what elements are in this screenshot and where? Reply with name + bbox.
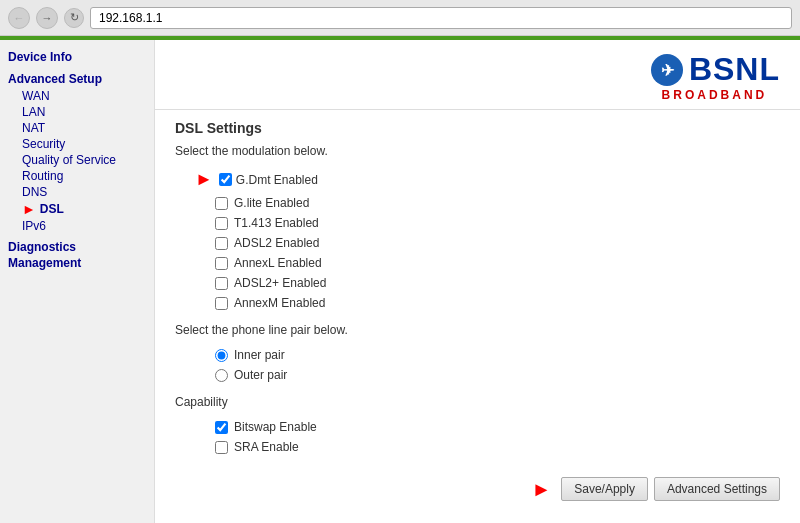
capability-label: Capability bbox=[175, 395, 780, 409]
save-apply-button[interactable]: Save/Apply bbox=[561, 477, 648, 501]
checkbox-glite-label: G.lite Enabled bbox=[234, 196, 309, 210]
sidebar-item-diagnostics[interactable]: Diagnostics bbox=[8, 240, 146, 254]
checkbox-row-sra: SRA Enable bbox=[215, 437, 780, 457]
reload-button[interactable]: ↻ bbox=[64, 8, 84, 28]
sidebar-item-security[interactable]: Security bbox=[8, 136, 146, 152]
radio-inner[interactable] bbox=[215, 349, 228, 362]
checkbox-annexl-label: AnnexL Enabled bbox=[234, 256, 322, 270]
advanced-settings-button[interactable]: Advanced Settings bbox=[654, 477, 780, 501]
checkbox-bitswap-label: Bitswap Enable bbox=[234, 420, 317, 434]
radio-row-inner: Inner pair bbox=[215, 345, 780, 365]
checkbox-row-t1413: T1.413 Enabled bbox=[215, 213, 780, 233]
checkbox-gdmt[interactable] bbox=[219, 173, 232, 186]
sidebar-item-management[interactable]: Management bbox=[8, 256, 146, 270]
checkbox-glite[interactable] bbox=[215, 197, 228, 210]
checkbox-row-gdmt: ► G.Dmt Enabled bbox=[195, 166, 780, 193]
checkbox-gdmt-label: G.Dmt Enabled bbox=[236, 173, 318, 187]
sidebar-item-dsl[interactable]: ► DSL bbox=[8, 200, 146, 218]
sidebar: Device Info Advanced Setup WAN LAN NAT S… bbox=[0, 40, 155, 523]
radio-outer-label: Outer pair bbox=[234, 368, 287, 382]
sidebar-item-advanced-setup[interactable]: Advanced Setup bbox=[8, 72, 146, 86]
checkbox-sra[interactable] bbox=[215, 441, 228, 454]
dsl-arrow-icon: ► bbox=[22, 201, 36, 217]
main-content: DSL Settings Select the modulation below… bbox=[155, 110, 800, 523]
radio-row-outer: Outer pair bbox=[215, 365, 780, 385]
checkbox-row-annexl: AnnexL Enabled bbox=[215, 253, 780, 273]
checkbox-row-adsl2: ADSL2 Enabled bbox=[215, 233, 780, 253]
checkbox-adsl2[interactable] bbox=[215, 237, 228, 250]
modulation-label: Select the modulation below. bbox=[175, 144, 780, 158]
sidebar-item-qos[interactable]: Quality of Service bbox=[8, 152, 146, 168]
right-panel: ✈ BSNL BROADBAND DSL Settings Select the… bbox=[155, 40, 800, 523]
checkbox-row-annexm: AnnexM Enabled bbox=[215, 293, 780, 313]
checkbox-adsl2plus[interactable] bbox=[215, 277, 228, 290]
bsnl-logo: ✈ BSNL bbox=[649, 51, 780, 88]
checkbox-sra-label: SRA Enable bbox=[234, 440, 299, 454]
save-arrow-icon: ► bbox=[531, 478, 551, 501]
brand-sub: BROADBAND bbox=[662, 88, 768, 102]
logo-svg: ✈ bbox=[649, 52, 685, 88]
sidebar-item-dns[interactable]: DNS bbox=[8, 184, 146, 200]
svg-text:✈: ✈ bbox=[660, 62, 674, 79]
checkbox-annexm-label: AnnexM Enabled bbox=[234, 296, 325, 310]
checkbox-row-bitswap: Bitswap Enable bbox=[215, 417, 780, 437]
phoneline-label: Select the phone line pair below. bbox=[175, 323, 780, 337]
checkbox-adsl2plus-label: ADSL2+ Enabled bbox=[234, 276, 326, 290]
logo-icon-wrapper: ✈ bbox=[649, 52, 685, 88]
radio-outer[interactable] bbox=[215, 369, 228, 382]
radio-inner-label: Inner pair bbox=[234, 348, 285, 362]
brand-name: BSNL bbox=[689, 51, 780, 88]
page-title: DSL Settings bbox=[175, 120, 780, 136]
sidebar-item-wan[interactable]: WAN bbox=[8, 88, 146, 104]
sidebar-item-device-info[interactable]: Device Info bbox=[8, 50, 146, 64]
checkbox-annexm[interactable] bbox=[215, 297, 228, 310]
checkbox-row-glite: G.lite Enabled bbox=[215, 193, 780, 213]
checkbox-t1413[interactable] bbox=[215, 217, 228, 230]
checkbox-adsl2-label: ADSL2 Enabled bbox=[234, 236, 319, 250]
checkbox-bitswap[interactable] bbox=[215, 421, 228, 434]
address-bar[interactable]: 192.168.1.1 bbox=[90, 7, 792, 29]
sidebar-item-lan[interactable]: LAN bbox=[8, 104, 146, 120]
header: ✈ BSNL BROADBAND bbox=[155, 40, 800, 110]
address-text: 192.168.1.1 bbox=[99, 11, 162, 25]
sidebar-item-nat[interactable]: NAT bbox=[8, 120, 146, 136]
checkbox-annexl[interactable] bbox=[215, 257, 228, 270]
gdmt-arrow-icon: ► bbox=[195, 169, 213, 190]
sidebar-item-routing[interactable]: Routing bbox=[8, 168, 146, 184]
button-row: ► Save/Apply Advanced Settings bbox=[175, 477, 780, 501]
back-button[interactable]: ← bbox=[8, 7, 30, 29]
checkbox-row-adsl2plus: ADSL2+ Enabled bbox=[215, 273, 780, 293]
forward-button[interactable]: → bbox=[36, 7, 58, 29]
checkbox-t1413-label: T1.413 Enabled bbox=[234, 216, 319, 230]
page-body: Device Info Advanced Setup WAN LAN NAT S… bbox=[0, 40, 800, 523]
logo-container: ✈ BSNL BROADBAND bbox=[649, 51, 780, 102]
sidebar-item-ipv6[interactable]: IPv6 bbox=[8, 218, 146, 234]
browser-chrome: ← → ↻ 192.168.1.1 bbox=[0, 0, 800, 36]
